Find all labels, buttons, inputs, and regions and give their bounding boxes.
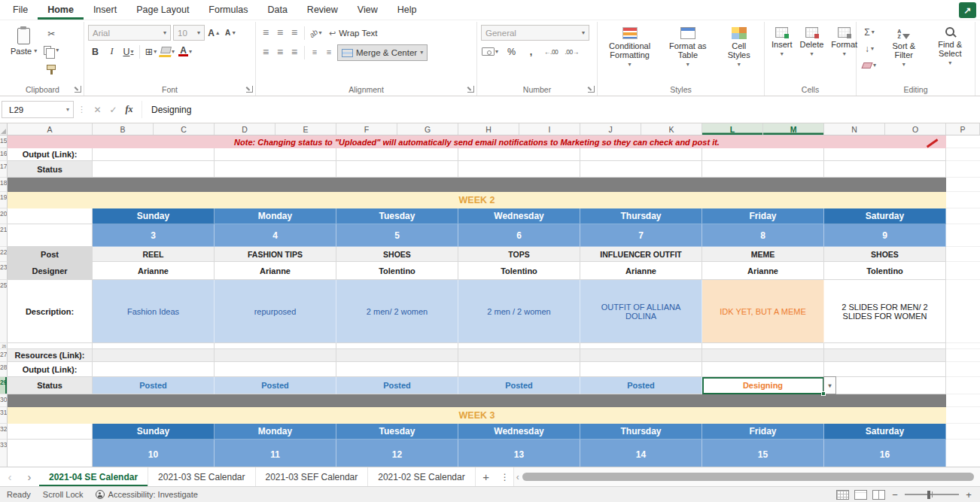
horizontal-scrollbar-thumb[interactable] (522, 473, 974, 481)
column-header-m-selected[interactable]: M (763, 123, 824, 135)
grid-cell[interactable] (215, 343, 336, 349)
column-header-a[interactable]: A (8, 123, 93, 135)
day-header-tuesday[interactable]: Tuesday (336, 208, 458, 224)
date-cell[interactable]: 14 (580, 440, 702, 467)
date-cell[interactable]: 10 (93, 440, 215, 467)
clipboard-dialog-launcher-icon[interactable] (75, 86, 81, 93)
column-header-l-selected[interactable]: L (702, 123, 763, 135)
row-header[interactable]: 15 (0, 135, 8, 148)
grid-cell[interactable] (824, 349, 946, 362)
row-label-output[interactable]: Output (Link): (8, 148, 93, 161)
new-sheet-button[interactable]: + (476, 467, 497, 486)
align-right-button[interactable]: ≡ (288, 47, 300, 58)
page-layout-view-button[interactable] (854, 490, 867, 500)
tab-formulas[interactable]: Formulas (199, 0, 257, 20)
sheet-tab-2021-04-se-calendar[interactable]: 2021-04 SE Calendar (39, 467, 148, 486)
description-cell-saturday[interactable]: 2 SLIDES FOR MEN/ 2 SLIDES FOR WOMEN (824, 280, 946, 343)
grid-cell[interactable] (946, 247, 980, 262)
description-cell-friday[interactable]: IDK YET, BUT A MEME (702, 280, 824, 343)
grid-cell[interactable] (336, 148, 458, 161)
grid-cell[interactable] (580, 362, 702, 377)
column-header-i[interactable]: I (519, 123, 580, 135)
grid-cell[interactable] (946, 362, 980, 377)
row-label-output[interactable]: Output (Link): (8, 362, 93, 377)
day-header-monday[interactable]: Monday (215, 424, 336, 440)
row-header[interactable]: 21 (0, 224, 8, 247)
font-size-select[interactable]: 10▾ (173, 25, 205, 41)
column-header-o[interactable]: O (885, 123, 946, 135)
bold-button[interactable]: B (88, 44, 102, 59)
align-center-button[interactable]: ≡ (274, 47, 286, 58)
sort-filter-button[interactable]: AZ Sort & Filter ▾ (881, 25, 926, 73)
find-select-button[interactable]: Find & Select ▾ (929, 25, 971, 73)
post-cell[interactable]: SHOES (336, 247, 458, 262)
grid-cell[interactable] (580, 148, 702, 161)
date-cell[interactable]: 9 (824, 224, 946, 247)
grid-cell[interactable] (702, 161, 824, 178)
format-cells-button[interactable]: Format ▾ (828, 25, 860, 84)
row-header[interactable]: 32 (0, 424, 8, 440)
font-color-button[interactable]: A▾ (178, 44, 193, 59)
grid-cell[interactable] (458, 362, 580, 377)
grid-cell[interactable] (458, 349, 580, 362)
column-header-b[interactable]: B (93, 123, 154, 135)
clear-button[interactable]: ▾ (860, 58, 878, 73)
post-cell[interactable]: REEL (93, 247, 215, 262)
row-label-post[interactable]: Post (8, 247, 93, 262)
day-header-wednesday[interactable]: Wednesday (458, 208, 580, 224)
column-header-k[interactable]: K (641, 123, 702, 135)
grid-cell[interactable] (946, 135, 980, 148)
column-header-n[interactable]: N (824, 123, 885, 135)
post-cell[interactable]: SHOES (824, 247, 946, 262)
grid-cell[interactable] (580, 343, 702, 349)
designer-cell[interactable]: Tolentino (458, 262, 580, 280)
share-button[interactable]: ↗ (959, 2, 976, 18)
copy-button[interactable]: ▾ (42, 43, 60, 58)
grid-cell[interactable] (946, 424, 980, 440)
grid-cell[interactable] (946, 440, 980, 467)
sheet-tab-2021-03-sef-calendar[interactable]: 2021-03 SEF Calendar (256, 467, 369, 486)
align-middle-button[interactable]: ≡ (274, 28, 286, 38)
post-cell[interactable]: FASHION TIPS (215, 247, 336, 262)
grid-cell[interactable] (458, 343, 580, 349)
grid-cell[interactable] (336, 343, 458, 349)
day-header-monday[interactable]: Monday (215, 208, 336, 224)
grid-cell[interactable] (93, 343, 215, 349)
status-cell[interactable]: Posted (458, 377, 580, 394)
horizontal-scrollbar[interactable]: ‹ (513, 467, 980, 486)
tab-home[interactable]: Home (38, 0, 84, 20)
row-label-status[interactable]: Status (8, 161, 93, 178)
align-bottom-button[interactable]: ≡ (288, 28, 300, 38)
day-header-sunday[interactable]: Sunday (93, 208, 215, 224)
row-header[interactable]: 27 (0, 349, 8, 362)
grid-cell[interactable] (702, 148, 824, 161)
underline-button[interactable]: U▾ (121, 44, 135, 59)
tab-review[interactable]: Review (297, 0, 348, 20)
designer-cell[interactable]: Arianne (702, 262, 824, 280)
fill-handle[interactable] (821, 391, 826, 396)
tab-file[interactable]: File (3, 0, 38, 20)
grid-cell[interactable] (824, 343, 946, 349)
designer-cell[interactable]: Arianne (580, 262, 702, 280)
divider-band[interactable] (8, 178, 946, 192)
grid-cell[interactable] (946, 349, 980, 362)
row-label-designer[interactable]: Designer (8, 262, 93, 280)
status-cell[interactable]: Posted (215, 377, 336, 394)
sheet-tab-2021-02-se-calendar[interactable]: 2021-02 SE Calendar (368, 467, 475, 486)
grid-cell[interactable] (946, 148, 980, 161)
select-all-corner[interactable] (0, 123, 8, 135)
grid-cell[interactable] (580, 161, 702, 178)
date-cell[interactable]: 7 (580, 224, 702, 247)
date-cell[interactable]: 6 (458, 224, 580, 247)
sheet-nav-right-button[interactable]: › (20, 467, 39, 486)
row-label-description[interactable]: Description: (8, 280, 93, 343)
week3-title-cell[interactable]: WEEK 3 (8, 407, 946, 424)
grid-cell[interactable] (336, 349, 458, 362)
fill-button[interactable]: ↓▾ (860, 41, 878, 56)
column-header-h[interactable]: H (458, 123, 519, 135)
page-break-view-button[interactable] (872, 490, 885, 500)
increase-indent-button[interactable]: ≡ (323, 47, 335, 58)
grid-cell[interactable] (93, 349, 215, 362)
date-cell[interactable]: 4 (215, 224, 336, 247)
grid-cell[interactable] (702, 349, 824, 362)
